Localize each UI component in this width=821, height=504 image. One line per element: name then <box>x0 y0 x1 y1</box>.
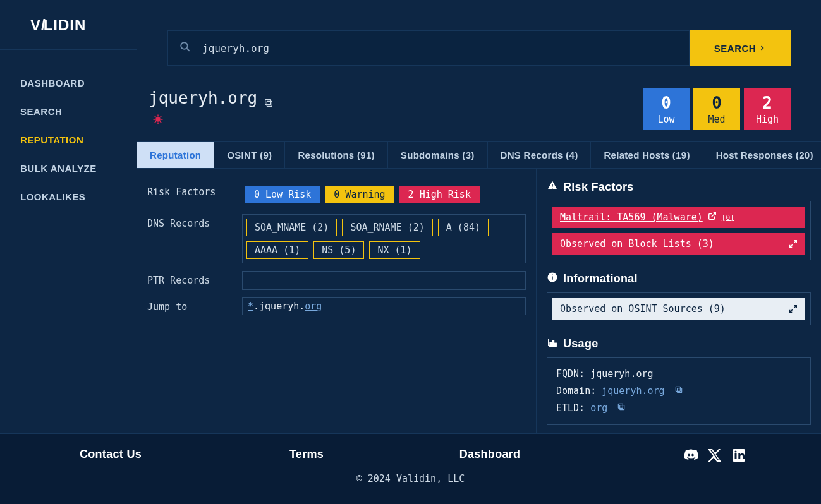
content-right: Risk Factors Maltrail: TA569 (Malware) [… <box>537 169 821 443</box>
search-row: SEARCH <box>167 30 791 66</box>
sidebar-item-bulkanalyze[interactable]: BULK ANALYZE <box>0 154 137 183</box>
chevron-right-icon <box>758 43 766 54</box>
svg-rect-31 <box>619 404 623 408</box>
row-label-jump: Jump to <box>147 297 234 313</box>
svg-line-10 <box>160 121 161 123</box>
score-low-label: Low <box>657 114 674 125</box>
svg-point-34 <box>734 450 736 452</box>
chart-icon <box>547 337 558 351</box>
footer-copyright: © 2024 Validin, LLC <box>0 473 821 484</box>
chip-soa-mname[interactable]: SOA_MNAME (2) <box>246 219 337 236</box>
sidebar-nav: DASHBOARD SEARCH REPUTATION BULK ANALYZE… <box>0 50 137 211</box>
tab-subdomains[interactable]: Subdomains (3) <box>388 142 488 168</box>
jump-box: *.jqueryh.org <box>242 297 526 315</box>
page-title: jqueryh.org <box>149 88 274 107</box>
copy-icon[interactable] <box>674 385 683 397</box>
pill-high[interactable]: 2 High Risk <box>399 186 480 203</box>
tab-reputation[interactable]: Reputation <box>137 142 214 168</box>
search-input[interactable] <box>202 42 678 54</box>
footer-dashboard[interactable]: Dashboard <box>392 448 588 463</box>
chip-soa-rname[interactable]: SOA_RNAME (2) <box>342 219 432 236</box>
usage-domain: Domain: jqueryh.org <box>556 383 801 400</box>
risk-pills: 0 Low Risk 0 Warning 2 High Risk <box>242 183 526 207</box>
score-med-label: Med <box>708 114 725 125</box>
risk-item-0[interactable]: Maltrail: TA569 (Malware) [0] <box>552 207 805 228</box>
jump-mid: .jqueryh. <box>253 301 305 312</box>
content: Risk Factors 0 Low Risk 0 Warning 2 High… <box>137 169 821 443</box>
usage-fqdn: FQDN: jqueryh.org <box>556 366 801 383</box>
usage-domain-label: Domain: <box>556 385 602 397</box>
section-usage-head: Usage <box>547 337 811 351</box>
svg-point-0 <box>181 42 188 49</box>
svg-rect-14 <box>552 188 553 189</box>
svg-rect-28 <box>677 388 681 393</box>
risk-item-1[interactable]: Observed on Block Lists (3) <box>552 233 805 255</box>
risk-item-1-text: Observed on Block Lists (3) <box>560 238 714 249</box>
risk-item-0-ref[interactable]: [0] <box>722 213 734 222</box>
search-icon <box>179 41 191 55</box>
expand-icon[interactable] <box>789 304 798 313</box>
linkedin-icon[interactable] <box>731 448 746 463</box>
score-high: 2 High <box>744 88 791 130</box>
risk-item-0-text[interactable]: Maltrail: TA569 (Malware) <box>560 212 703 223</box>
jump-star[interactable]: * <box>248 301 253 312</box>
chip-a[interactable]: A (84) <box>438 219 489 236</box>
footer-terms[interactable]: Terms <box>221 448 392 463</box>
subject-value: jqueryh.org <box>149 88 257 107</box>
section-risk-label: Risk Factors <box>563 181 634 194</box>
row-label-ptr: PTR Records <box>147 271 234 286</box>
svg-point-4 <box>155 117 161 122</box>
info-panel: Observed on OSINT Sources (9) <box>547 292 811 325</box>
info-item-0-text: Observed on OSINT Sources (9) <box>560 303 726 315</box>
expand-icon[interactable] <box>789 239 798 248</box>
usage-etld-link[interactable]: org <box>590 402 607 414</box>
row-dnsrecords: DNS Records SOA_MNAME (2) SOA_RNAME (2) … <box>147 214 526 263</box>
sidebar-item-lookalikes[interactable]: LOOKALIKES <box>0 183 137 211</box>
pill-low[interactable]: 0 Low Risk <box>245 186 320 203</box>
usage-domain-link[interactable]: jqueryh.org <box>602 385 664 397</box>
info-item-0[interactable]: Observed on OSINT Sources (9) <box>552 298 805 320</box>
discord-icon[interactable] <box>683 448 698 463</box>
score-badges: 0 Low 0 Med 2 High <box>643 88 791 130</box>
tab-relatedhosts[interactable]: Related Hosts (19) <box>591 142 703 168</box>
svg-line-11 <box>155 121 156 123</box>
score-med-num: 0 <box>712 93 722 112</box>
footer-links: Contact Us Terms Dashboard <box>0 434 821 468</box>
jump-tld[interactable]: org <box>305 301 322 312</box>
svg-rect-2 <box>267 101 272 106</box>
row-jumpto: Jump to *.jqueryh.org <box>147 297 526 315</box>
copy-icon[interactable] <box>617 402 626 414</box>
row-riskfactors: Risk Factors 0 Low Risk 0 Warning 2 High… <box>147 183 526 207</box>
search-button[interactable]: SEARCH <box>690 30 791 66</box>
copy-icon[interactable] <box>264 93 274 103</box>
usage-etld-label: ETLD: <box>556 402 590 414</box>
svg-rect-19 <box>552 277 553 280</box>
sidebar: V/LIDIN DASHBOARD SEARCH REPUTATION BULK… <box>0 0 137 433</box>
pill-warn[interactable]: 0 Warning <box>325 186 394 203</box>
footer-contact[interactable]: Contact Us <box>0 448 221 463</box>
footer: Contact Us Terms Dashboard © 2024 Validi… <box>0 433 821 504</box>
tab-resolutions[interactable]: Resolutions (91) <box>285 142 387 168</box>
sidebar-item-reputation[interactable]: REPUTATION <box>0 126 137 154</box>
score-low: 0 Low <box>643 88 690 130</box>
row-ptrrecords: PTR Records <box>147 271 526 290</box>
section-info-label: Informational <box>563 272 638 285</box>
score-high-num: 2 <box>762 93 772 112</box>
chip-nx[interactable]: NX (1) <box>369 241 420 259</box>
search-button-label: SEARCH <box>714 43 756 54</box>
row-label-risk: Risk Factors <box>147 183 234 198</box>
svg-rect-26 <box>552 340 554 346</box>
tab-hostresponses[interactable]: Host Responses (20) <box>703 142 821 168</box>
tab-dnsrecords[interactable]: DNS Records (4) <box>488 142 592 168</box>
usage-etld: ETLD: org <box>556 400 801 417</box>
x-icon[interactable] <box>707 448 722 463</box>
svg-line-9 <box>155 116 156 117</box>
tab-osint[interactable]: OSINT (9) <box>214 142 285 168</box>
sidebar-item-dashboard[interactable]: DASHBOARD <box>0 69 137 97</box>
chip-aaaa[interactable]: AAAA (1) <box>246 241 308 259</box>
svg-line-15 <box>712 213 715 217</box>
svg-rect-25 <box>550 342 551 346</box>
usage-fqdn-value: jqueryh.org <box>590 368 653 380</box>
chip-ns[interactable]: NS (5) <box>313 241 364 259</box>
sidebar-item-search[interactable]: SEARCH <box>0 97 137 126</box>
